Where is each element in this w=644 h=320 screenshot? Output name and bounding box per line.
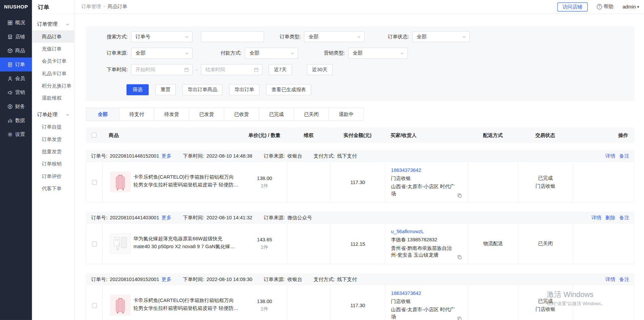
last-7-days-button[interactable]: 近7天 — [268, 64, 292, 75]
submenu-item-order-verification[interactable]: 订单核销 — [32, 158, 75, 170]
row-checkbox[interactable] — [92, 303, 97, 308]
submenu-item-goods-orders[interactable]: 商品订单 — [32, 31, 75, 43]
sidebar-item-goods[interactable]: 商品 — [0, 43, 32, 57]
submenu-item-points-exchange-orders[interactable]: 积分兑换订单 — [32, 80, 75, 92]
order-row: 华为氮化镓超薄充电器原装66W超级快充mate40 30 p50pro X2 n… — [86, 224, 635, 264]
order-pay-label: 支付方式: — [314, 276, 335, 283]
pay-type-select[interactable]: 全部 — [245, 48, 299, 59]
tab-refunding[interactable]: 退款中 — [328, 107, 364, 121]
submenu-item-valet-order[interactable]: 代客下单 — [32, 182, 75, 195]
col-goods: 商品 — [109, 132, 119, 139]
order-card: 订单号: 202208101448152001 更多 下单时间: 2022-08… — [86, 150, 635, 202]
more-link[interactable]: 更多 — [162, 214, 172, 221]
row-checkbox[interactable] — [92, 180, 97, 185]
submenu-item-refund-rights[interactable]: 退款维权 — [32, 92, 75, 104]
trade-status-line: 已完成 — [538, 175, 553, 182]
submenu-item-order-review[interactable]: 订单评价 — [32, 170, 75, 182]
order-row: 卡帝乐鳄鱼(CARTELO)行李箱旅行箱铝框万向轮男女学生拉杆箱密码箱登机箱皮箱… — [86, 162, 635, 203]
start-date-input[interactable]: 开始时间 — [131, 64, 193, 75]
tab-completed[interactable]: 已完成 — [259, 107, 294, 121]
keyword-input[interactable] — [201, 31, 264, 42]
sidebar-item-overview[interactable]: 概况 — [0, 16, 32, 29]
order-no-label: 订单号: — [91, 276, 107, 283]
select-all-checkbox[interactable] — [92, 133, 97, 138]
sidebar-item-orders[interactable]: 订单 — [0, 58, 32, 72]
filter-button[interactable]: 筛选 — [126, 84, 148, 95]
view-reports-button[interactable]: 查看已生成报表 — [266, 84, 311, 95]
buyer-cell: 18634373642 门店收银 山西省-太原市-小店区 时代广场 — [385, 162, 468, 202]
more-link[interactable]: 更多 — [162, 276, 172, 283]
more-link[interactable]: 更多 — [162, 153, 172, 160]
tab-all[interactable]: 全部 — [86, 107, 119, 121]
submenu-item-order-delivery[interactable]: 订单发货 — [32, 133, 75, 145]
breadcrumb-section[interactable]: 订单管理 — [81, 3, 101, 11]
submenu-item-order-pickup[interactable]: 订单自提 — [32, 121, 75, 133]
sidebar-item-settings[interactable]: 设置 — [0, 127, 32, 141]
order-pay: 线下支付 — [337, 153, 357, 160]
delete-link[interactable]: 删除 — [605, 214, 615, 221]
remark-link[interactable]: 备注 — [619, 214, 629, 221]
copy-icon[interactable] — [457, 193, 462, 198]
col-price-qty: 单价(元) / 数量 — [242, 132, 287, 139]
orders-submenu: 订单 订单管理 商品订单 充值订单 会员卡订单 礼品卡订单 积分兑换订单 退款维… — [32, 0, 75, 320]
quantity: 1件 — [242, 182, 287, 189]
ops-cell — [573, 162, 633, 202]
row-checkbox[interactable] — [92, 241, 97, 246]
trade-status-line: 已完成 — [538, 298, 553, 305]
submenu-item-gift-card-orders[interactable]: 礼品卡订单 — [32, 67, 75, 80]
user-menu[interactable]: admin ▾ — [623, 4, 639, 10]
order-source-select[interactable]: 全部 — [131, 48, 193, 59]
remark-link[interactable]: 备注 — [619, 276, 629, 283]
col-buyer: 买家/收货人 — [385, 132, 468, 139]
sidebar-item-finance[interactable]: 财务 — [0, 99, 32, 113]
unit-price: 143.65 — [242, 237, 287, 243]
detail-link[interactable]: 详情 — [605, 276, 615, 283]
order-type-select[interactable]: 全部 — [304, 31, 365, 42]
buyer-account-link[interactable]: 18634373642 — [391, 290, 457, 297]
export-orders-button[interactable]: 导出订单 — [229, 84, 260, 95]
sidebar-item-data[interactable]: 数据 — [0, 113, 32, 127]
detail-link[interactable]: 详情 — [605, 153, 615, 160]
sidebar-item-label: 营销 — [15, 89, 25, 96]
reset-button[interactable]: 重置 — [155, 84, 176, 95]
submenu-item-batch-delivery[interactable]: 批量发货 — [32, 145, 75, 158]
tab-closed[interactable]: 已关闭 — [294, 107, 329, 121]
tab-shipped[interactable]: 已发货 — [189, 107, 224, 121]
trade-status-line: 门店收银 — [536, 183, 555, 190]
tab-pending-delivery[interactable]: 待发货 — [154, 107, 189, 121]
order-source-label: 订单来源: — [264, 153, 285, 160]
marketing-icon — [7, 90, 13, 95]
sidebar-item-marketing[interactable]: 营销 — [0, 85, 32, 99]
submenu-item-member-card-orders[interactable]: 会员卡订单 — [32, 55, 75, 67]
sidebar-item-store[interactable]: 店铺 — [0, 29, 32, 43]
col-refund: 维权 — [287, 132, 330, 139]
submenu-item-recharge-orders[interactable]: 充值订单 — [32, 43, 75, 55]
order-status-select[interactable]: 全部 — [412, 31, 470, 42]
detail-link[interactable]: 详情 — [591, 214, 601, 221]
copy-icon[interactable] — [457, 255, 462, 260]
buyer-account-link[interactable]: 18634373642 — [391, 167, 457, 174]
help-button[interactable]: ? 帮助 — [597, 3, 613, 11]
search-mode-select[interactable]: 订单号 — [131, 31, 193, 42]
tab-pending-payment[interactable]: 待支付 — [119, 107, 154, 121]
order-time-label: 下单时间: — [183, 276, 204, 283]
sidebar-item-members[interactable]: 会员 — [0, 72, 32, 85]
last-30-days-button[interactable]: 近30天 — [307, 64, 333, 75]
buyer-account-link[interactable]: u_56afkmvwzL — [391, 228, 457, 236]
orders-list: 全部 待支付 待发货 已发货 已收货 已完成 已关闭 退款中 商品 单价(元) … — [86, 107, 635, 320]
submenu-group-order-management[interactable]: 订单管理 — [32, 18, 75, 30]
copy-icon[interactable] — [457, 316, 462, 320]
tab-received[interactable]: 已收货 — [224, 107, 259, 121]
app-logo: NIUSHOP — [0, 0, 32, 14]
remark-link[interactable]: 备注 — [619, 153, 629, 160]
refund-cell — [287, 285, 330, 320]
visit-store-button[interactable]: 访问店铺 — [557, 2, 588, 12]
marketing-type-select[interactable]: 全部 — [348, 48, 408, 59]
end-date-input[interactable]: 结束时间 — [201, 64, 263, 75]
order-time-label: 下单时间: — [96, 66, 128, 73]
main-sidebar: NIUSHOP 概况 店铺 商品 订单 会员 — [0, 0, 32, 320]
export-order-goods-button[interactable]: 导出订单商品 — [182, 84, 223, 95]
delivery-method — [468, 285, 518, 320]
submenu-group-order-processing[interactable]: 订单处理 — [32, 108, 75, 121]
order-status-label: 订单状态: — [388, 33, 409, 40]
